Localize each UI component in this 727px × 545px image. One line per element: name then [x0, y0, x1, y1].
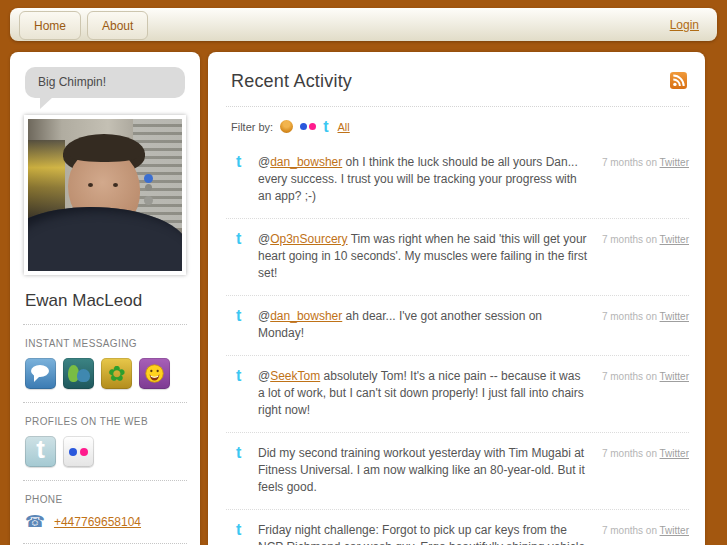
tweet-meta-text: 7 months on: [602, 525, 660, 536]
sidebar: Big Chimpin! Ewan MacLeod INSTANT MESSAG…: [10, 52, 200, 545]
phone-link[interactable]: +447769658104: [54, 515, 141, 529]
twitter-bird-icon: t: [236, 231, 258, 245]
tweet-meta: 7 months on Twitter: [602, 368, 689, 382]
tweet-row: t @dan_bowsher ah dear... I've got anoth…: [226, 296, 689, 356]
tweet-meta-text: 7 months on: [602, 371, 660, 382]
profile-photo-frame: [24, 115, 186, 275]
tweet-row: t @dan_bowsher oh I think the luck shoul…: [226, 142, 689, 219]
tab-about[interactable]: About: [87, 11, 148, 40]
twitter-icon[interactable]: [25, 436, 56, 467]
tweet-source-link[interactable]: Twitter: [660, 371, 689, 382]
tweet-text: Friday night challenge: Forgot to pick u…: [258, 522, 590, 545]
rss-icon[interactable]: [670, 72, 687, 93]
profile-name: Ewan MacLeod: [25, 291, 185, 311]
divider: [23, 324, 187, 325]
tweet-source-link[interactable]: Twitter: [660, 448, 689, 459]
phone-row: ☎ +447769658104: [25, 514, 187, 530]
tweet-meta-text: 7 months on: [602, 234, 660, 245]
filter-row: Filter by: t All: [226, 107, 689, 142]
twitter-bird-icon: t: [236, 522, 258, 536]
twitter-bird-icon: t: [236, 445, 258, 459]
main-panel: Recent Activity Filter by:: [208, 52, 705, 545]
tweet-text: @Op3nSourcery Tim was right when he said…: [258, 231, 590, 282]
tweet-text: @dan_bowsher oh I think the luck should …: [258, 154, 590, 205]
tweet-text: @SeekTom absolutely Tom! It's a nice pai…: [258, 368, 590, 419]
twitter-bird-icon: t: [236, 368, 258, 382]
divider: [23, 480, 187, 481]
tweet-user-link[interactable]: SeekTom: [270, 369, 320, 383]
tweet-meta: 7 months on Twitter: [602, 308, 689, 322]
tweet-source-link[interactable]: Twitter: [660, 234, 689, 245]
content-columns: Big Chimpin! Ewan MacLeod INSTANT MESSAG…: [10, 52, 717, 545]
page: Home About Login Big Chimpin! Ewan MacLe…: [0, 0, 727, 545]
tweet-meta-text: 7 months on: [602, 311, 660, 322]
tweet-meta: 7 months on Twitter: [602, 522, 689, 536]
flickr-icon[interactable]: [300, 123, 316, 130]
icq-flower-icon[interactable]: [101, 358, 132, 389]
yahoo-smiley-icon[interactable]: [139, 358, 170, 389]
tweet-text: @dan_bowsher ah dear... I've got another…: [258, 308, 590, 342]
phone-section-label: PHONE: [25, 494, 187, 505]
tweet-source-link[interactable]: Twitter: [660, 525, 689, 536]
chat-bubble-icon[interactable]: [25, 358, 56, 389]
speech-bubble: Big Chimpin!: [25, 67, 185, 98]
profiles-icon-row: [25, 436, 187, 467]
tweet-user-link[interactable]: dan_bowsher: [270, 309, 342, 323]
login-link[interactable]: Login: [670, 18, 699, 32]
tweet-source-link[interactable]: Twitter: [660, 157, 689, 168]
main-header: Recent Activity: [226, 66, 689, 107]
im-section-label: INSTANT MESSAGING: [25, 338, 187, 349]
tweet-meta: 7 months on Twitter: [602, 154, 689, 168]
tweet-list: t @dan_bowsher oh I think the luck shoul…: [226, 142, 689, 545]
twitter-bird-icon: t: [236, 308, 258, 322]
tweet-text: Did my second training workout yesterday…: [258, 445, 590, 496]
flickr-icon[interactable]: [63, 436, 94, 467]
chimp-icon[interactable]: [280, 120, 293, 133]
tweet-user-link[interactable]: dan_bowsher: [270, 155, 342, 169]
twitter-bird-icon[interactable]: t: [323, 120, 328, 133]
twitter-bird-icon: t: [236, 154, 258, 168]
filter-all-link[interactable]: All: [338, 121, 350, 133]
profile-photo: [28, 119, 182, 271]
tweet-meta-text: 7 months on: [602, 157, 660, 168]
tweet-row: t @Op3nSourcery Tim was right when he sa…: [226, 219, 689, 296]
tweet-row: t Friday night challenge: Forgot to pick…: [226, 510, 689, 545]
tweet-row: t Did my second training workout yesterd…: [226, 433, 689, 510]
profiles-section-label: PROFILES ON THE WEB: [25, 416, 187, 427]
filter-label: Filter by:: [231, 121, 273, 133]
divider: [23, 402, 187, 403]
tweet-meta: 7 months on Twitter: [602, 445, 689, 459]
tweet-meta-text: 7 months on: [602, 448, 660, 459]
top-navbar: Home About Login: [10, 8, 717, 41]
tweet-source-link[interactable]: Twitter: [660, 311, 689, 322]
divider: [23, 543, 187, 544]
page-title: Recent Activity: [231, 71, 352, 92]
tab-home[interactable]: Home: [19, 11, 81, 40]
tweet-meta: 7 months on Twitter: [602, 231, 689, 245]
telephone-icon: ☎: [25, 514, 45, 530]
im-icon-row: [25, 358, 187, 389]
messenger-people-icon[interactable]: [63, 358, 94, 389]
tweet-user-link[interactable]: Op3nSourcery: [270, 232, 347, 246]
tweet-row: t @SeekTom absolutely Tom! It's a nice p…: [226, 356, 689, 433]
